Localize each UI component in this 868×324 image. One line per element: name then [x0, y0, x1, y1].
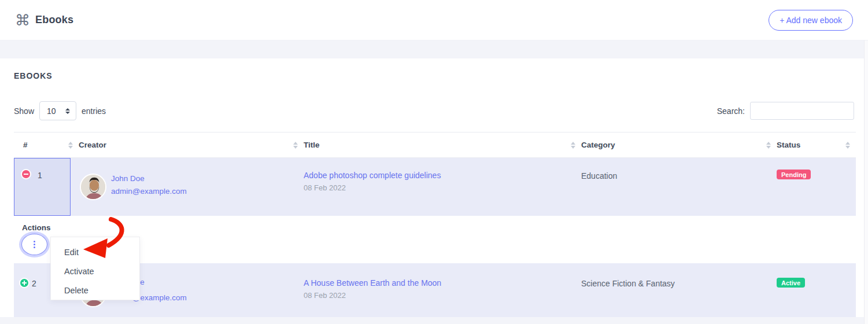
category-text: Science Fiction & Fantasy	[581, 279, 675, 288]
column-header-category[interactable]: Category	[581, 132, 777, 157]
creator-cell: John Doe admin@example.com	[79, 158, 304, 216]
sort-icon	[766, 142, 771, 149]
menu-item-edit[interactable]: Edit	[51, 243, 139, 262]
table-header-row: # Creator Title Category Status	[14, 132, 856, 158]
title-cell: A House Between Earth and the Moon 08 Fe…	[304, 263, 581, 317]
page-title: Ebooks	[35, 14, 73, 26]
column-header-title[interactable]: Title	[304, 132, 581, 157]
row-index: 2	[32, 279, 36, 288]
creator-email: admin@example.com	[111, 187, 187, 196]
ebook-date: 08 Feb 2022	[304, 183, 346, 192]
top-bar: Ebooks + Add new ebook	[0, 0, 868, 41]
collapse-row-icon[interactable]	[21, 169, 31, 179]
category-cell: Science Fiction & Fantasy	[581, 263, 777, 317]
sort-icon	[293, 142, 298, 149]
expand-row-icon[interactable]	[19, 278, 29, 288]
menu-item-delete[interactable]: Delete	[51, 281, 139, 300]
creator-avatar	[80, 174, 106, 200]
sort-icon	[571, 142, 575, 149]
column-header-status[interactable]: Status	[777, 132, 856, 157]
row-index-cell[interactable]: 1	[14, 158, 71, 216]
actions-label: Actions	[22, 223, 51, 232]
select-arrows-icon	[65, 108, 70, 114]
panel-title: EBOOKS	[14, 71, 53, 80]
category-text: Education	[581, 171, 617, 181]
search-label: Search:	[717, 106, 745, 116]
menu-item-activate[interactable]: Activate	[51, 262, 139, 281]
show-label: Show	[14, 106, 34, 116]
ebook-date: 08 Feb 2022	[304, 291, 346, 300]
column-header-index[interactable]: #	[14, 132, 79, 157]
entries-label: entries	[82, 106, 106, 116]
table-controls: Show 10 entries Search:	[14, 101, 854, 120]
search-control: Search:	[717, 102, 854, 120]
entries-select-value: 10	[47, 106, 56, 116]
row-actions-button[interactable]	[21, 234, 47, 255]
ebook-title-link[interactable]: Adobe photoshop complete guidelines	[304, 171, 441, 180]
search-input[interactable]	[750, 102, 854, 120]
sort-icon	[68, 142, 73, 149]
scrollbar-track[interactable]	[864, 41, 868, 324]
creator-name-link[interactable]: John Doe	[111, 174, 145, 183]
entries-select[interactable]: 10	[39, 101, 76, 120]
add-new-ebook-button[interactable]: + Add new ebook	[769, 10, 853, 31]
ebook-title-link[interactable]: A House Between Earth and the Moon	[304, 278, 441, 288]
vertical-dots-icon	[34, 241, 35, 248]
command-icon	[15, 13, 30, 28]
category-cell: Education	[581, 158, 777, 216]
table-row: 1 John Doe admin@example.com Adobe p	[14, 158, 856, 216]
status-cell: Pending	[777, 158, 856, 216]
status-cell: Active	[777, 263, 856, 317]
status-badge: Pending	[777, 170, 811, 179]
sort-icon	[845, 142, 850, 149]
actions-dropdown-menu: Edit Activate Delete	[50, 237, 140, 300]
page-heading: Ebooks	[15, 13, 73, 28]
ebooks-admin-page: Ebooks + Add new ebook EBOOKS Show 10 en…	[0, 0, 868, 324]
table-row: 2 John Doe admin@example.com A House Bet…	[14, 263, 856, 317]
column-header-creator[interactable]: Creator	[79, 132, 304, 157]
row-index: 1	[38, 171, 42, 180]
entries-control: Show 10 entries	[14, 101, 106, 120]
status-badge: Active	[777, 278, 805, 288]
ebooks-card: EBOOKS Show 10 entries Search: #	[0, 58, 864, 317]
title-cell: Adobe photoshop complete guidelines 08 F…	[304, 158, 581, 216]
